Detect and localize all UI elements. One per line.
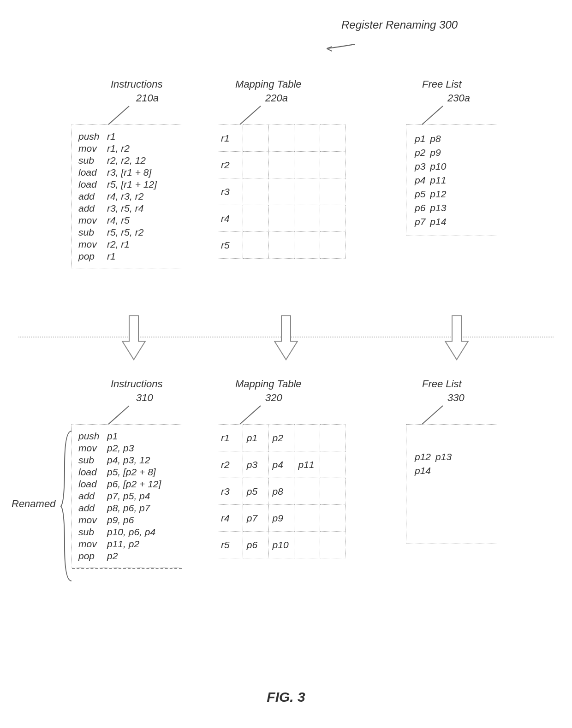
map-physreg <box>294 152 320 178</box>
map-physreg: p11 <box>294 451 320 478</box>
map-physreg <box>268 125 294 152</box>
instr-args: p4, p3, 12 <box>107 454 161 466</box>
label-instructions: Instructions <box>111 378 163 390</box>
brace-icon <box>60 429 74 586</box>
map-archreg: r1 <box>217 125 243 152</box>
free-list-item: p10 <box>430 160 450 173</box>
map-physreg <box>320 505 346 532</box>
leader-line-icon <box>406 403 452 426</box>
instructions-after: Instructions 310 pushp1movp2, p3subp4, p… <box>72 392 182 568</box>
map-physreg: p8 <box>268 478 294 505</box>
free-list-item <box>435 464 455 477</box>
ref-310: 310 <box>136 392 153 404</box>
instr-args: r1, r2 <box>107 142 157 154</box>
instr-op: push <box>78 130 107 142</box>
instr-op: push <box>78 430 107 442</box>
instr-args: p8, p6, p7 <box>107 502 161 514</box>
map-physreg <box>243 152 268 178</box>
map-physreg: p2 <box>268 425 294 451</box>
label-freelist: Free List <box>422 78 462 90</box>
map-archreg: r5 <box>217 232 243 259</box>
free-list-item: p4 <box>415 174 429 187</box>
instr-op: sub <box>78 226 107 238</box>
map-physreg <box>320 451 346 478</box>
instr-args: p6, [p2 + 12] <box>107 478 161 490</box>
instr-op: mov <box>78 514 107 526</box>
map-physreg: p7 <box>243 505 268 532</box>
svg-line-3 <box>108 406 129 424</box>
free-list-box: p12p13p14 <box>406 424 498 544</box>
free-list-item: p14 <box>415 464 435 477</box>
instr-op: mov <box>78 142 107 154</box>
map-physreg: p9 <box>268 505 294 532</box>
instr-op: sub <box>78 526 107 538</box>
free-list-before: Free List 230a p1p8p2p9p3p10p4p11p5p12p6… <box>406 92 498 236</box>
map-physreg: p10 <box>268 532 294 558</box>
map-physreg <box>294 205 320 232</box>
instr-args: r1 <box>107 130 157 142</box>
map-physreg <box>243 125 268 152</box>
leader-line-icon <box>72 403 141 426</box>
instr-args: p1 <box>107 430 161 442</box>
instr-args: r2, r1 <box>107 238 157 250</box>
instr-op: mov <box>78 238 107 250</box>
pointer-arrow-icon <box>318 26 360 67</box>
free-list-item: p11 <box>430 174 450 187</box>
svg-line-4 <box>240 406 261 424</box>
instr-args: p2, p3 <box>107 442 161 454</box>
leader-line-icon <box>217 104 272 127</box>
map-physreg <box>268 205 294 232</box>
instr-op: sub <box>78 454 107 466</box>
instr-args: p9, p6 <box>107 514 161 526</box>
down-arrow-icon <box>120 314 148 364</box>
free-list-item: p6 <box>415 201 429 214</box>
map-physreg <box>320 125 346 152</box>
title-text: Register Renaming 300 <box>341 18 458 31</box>
map-physreg <box>294 478 320 505</box>
label-mapping: Mapping Table <box>235 378 302 390</box>
instr-op: add <box>78 502 107 514</box>
label-instructions: Instructions <box>111 78 163 90</box>
ref-210a: 210a <box>136 92 159 104</box>
map-physreg <box>294 532 320 558</box>
instr-args: r1 <box>107 250 157 262</box>
map-physreg <box>268 152 294 178</box>
instr-args: p10, p6, p4 <box>107 526 161 538</box>
ref-220a: 220a <box>265 92 288 104</box>
free-list-item: p8 <box>430 132 450 145</box>
instr-args: r3, r5, r4 <box>107 202 157 214</box>
map-physreg <box>294 232 320 259</box>
down-arrow-icon <box>272 314 300 364</box>
instructions-box: pushr1movr1, r2subr2, r2, 12loadr3, [r1 … <box>72 124 182 268</box>
free-list-item: p5 <box>415 188 429 201</box>
figure-caption: FIG. 3 <box>0 689 572 705</box>
svg-line-0 <box>108 106 129 124</box>
map-physreg <box>243 232 268 259</box>
free-list-item: p3 <box>415 160 429 173</box>
free-list-after: Free List 330 p12p13p14 <box>406 392 498 544</box>
map-archreg: r3 <box>217 178 243 205</box>
instr-op: load <box>78 466 107 478</box>
instr-op: load <box>78 166 107 178</box>
ref-330: 330 <box>447 392 465 404</box>
mapping-table-after: Mapping Table 320 r1p1p2r2p3p4p11r3p5p8r… <box>217 392 346 558</box>
map-physreg: p1 <box>243 425 268 451</box>
instr-args: p5, [p2 + 8] <box>107 466 161 478</box>
instructions-box: pushp1movp2, p3subp4, p3, 12loadp5, [p2 … <box>72 424 182 568</box>
instr-op: mov <box>78 538 107 550</box>
map-physreg: p3 <box>243 451 268 478</box>
map-physreg <box>320 232 346 259</box>
free-list-item: p12 <box>415 450 435 463</box>
map-physreg <box>320 478 346 505</box>
leader-line-icon <box>406 104 452 127</box>
map-physreg <box>243 178 268 205</box>
map-physreg <box>294 505 320 532</box>
svg-line-1 <box>240 106 261 124</box>
free-list-item: p1 <box>415 132 429 145</box>
free-list-item: p2 <box>415 146 429 159</box>
map-physreg <box>320 152 346 178</box>
instr-args: r2, r2, 12 <box>107 154 157 166</box>
map-physreg <box>294 125 320 152</box>
map-archreg: r3 <box>217 478 243 505</box>
instr-args: r4, r3, r2 <box>107 190 157 202</box>
